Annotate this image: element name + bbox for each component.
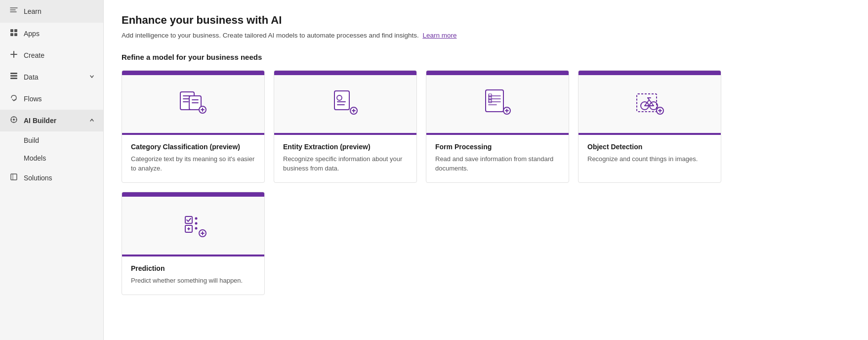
card-top-form <box>426 71 569 135</box>
card-title: Form Processing <box>435 143 560 151</box>
sidebar-item-ai-builder[interactable]: AI Builder <box>0 110 103 131</box>
card-title: Category Classification (preview) <box>131 143 255 151</box>
sidebar-item-learn[interactable]: Learn <box>0 0 103 23</box>
card-desc: Read and save information from standard … <box>435 155 560 173</box>
card-desc: Recognize and count things in images. <box>587 155 712 164</box>
sidebar-item-models[interactable]: Models <box>0 149 103 167</box>
ai-builder-icon <box>9 116 19 126</box>
svg-rect-1 <box>14 29 17 32</box>
card-title: Object Detection <box>587 143 712 151</box>
card-title: Prediction <box>131 264 255 272</box>
sidebar-item-label: Solutions <box>24 174 94 182</box>
sidebar-item-data[interactable]: Data <box>0 66 103 88</box>
card-desc: Predict whether something will happen. <box>131 276 255 286</box>
main-content: Enhance your business with AI Add intell… <box>104 0 868 340</box>
flows-icon <box>9 94 19 104</box>
card-top-entity <box>274 71 416 135</box>
sidebar-item-flows[interactable]: Flows <box>0 88 103 110</box>
svg-rect-8 <box>10 78 17 79</box>
svg-point-10 <box>13 119 15 121</box>
sidebar-item-solutions[interactable]: Solutions <box>0 167 103 189</box>
build-label: Build <box>24 136 39 144</box>
card-body-form: Form Processing Read and save informatio… <box>426 135 569 182</box>
card-category-classification[interactable]: Category Classification (preview) Catego… <box>122 70 265 183</box>
card-body-category: Category Classification (preview) Catego… <box>122 135 264 182</box>
create-icon <box>9 50 19 60</box>
svg-rect-6 <box>10 73 17 74</box>
sidebar-item-build[interactable]: Build <box>0 131 103 149</box>
cards-grid-row2: Prediction Predict whether something wil… <box>122 192 850 295</box>
svg-point-60 <box>195 217 198 219</box>
data-icon <box>9 72 19 82</box>
card-top-object <box>579 71 721 135</box>
cards-grid: Category Classification (preview) Catego… <box>122 70 850 183</box>
sidebar-item-label: Data <box>24 73 84 81</box>
card-top-prediction <box>122 192 264 256</box>
chevron-down-icon <box>89 74 94 80</box>
page-title: Enhance your business with AI <box>122 14 850 27</box>
card-body-prediction: Prediction Predict whether something wil… <box>122 256 264 295</box>
models-label: Models <box>24 154 46 162</box>
card-form-processing[interactable]: Form Processing Read and save informatio… <box>426 70 569 183</box>
svg-rect-0 <box>10 29 13 32</box>
learn-more-link[interactable]: Learn more <box>422 32 456 39</box>
svg-rect-7 <box>10 75 17 77</box>
sidebar-item-label: Learn <box>24 7 94 15</box>
svg-rect-3 <box>14 33 17 36</box>
sidebar-item-label: Flows <box>24 95 94 103</box>
sidebar-item-label: Create <box>24 51 94 59</box>
svg-point-62 <box>195 227 198 229</box>
solutions-icon <box>9 173 19 183</box>
card-prediction[interactable]: Prediction Predict whether something wil… <box>122 192 265 295</box>
card-title: Entity Extraction (preview) <box>283 143 408 151</box>
learn-icon <box>9 6 19 17</box>
card-object-detection[interactable]: Object Detection Recognize and count thi… <box>578 70 721 183</box>
card-desc: Categorize text by its meaning so it's e… <box>131 155 255 173</box>
svg-rect-15 <box>11 174 17 180</box>
card-body-object: Object Detection Recognize and count thi… <box>579 135 721 173</box>
apps-icon <box>9 29 19 39</box>
section-title: Refine a model for your business needs <box>122 53 850 61</box>
sidebar-item-label: AI Builder <box>24 117 84 125</box>
card-body-entity: Entity Extraction (preview) Recognize sp… <box>274 135 416 182</box>
card-top-category <box>122 71 264 135</box>
card-entity-extraction[interactable]: Entity Extraction (preview) Recognize sp… <box>274 70 417 183</box>
svg-rect-27 <box>334 91 349 110</box>
sidebar-item-label: Apps <box>24 30 94 38</box>
sidebar-item-create[interactable]: Create <box>0 44 103 66</box>
svg-point-61 <box>195 222 198 224</box>
svg-rect-2 <box>10 33 13 36</box>
sidebar: Learn Apps Create Data Flows AI Builder <box>0 0 104 340</box>
card-desc: Recognize specific information about you… <box>283 155 408 173</box>
chevron-up-icon <box>89 118 94 124</box>
page-subtitle: Add intelligence to your business. Creat… <box>122 32 850 39</box>
sidebar-item-apps[interactable]: Apps <box>0 23 103 44</box>
